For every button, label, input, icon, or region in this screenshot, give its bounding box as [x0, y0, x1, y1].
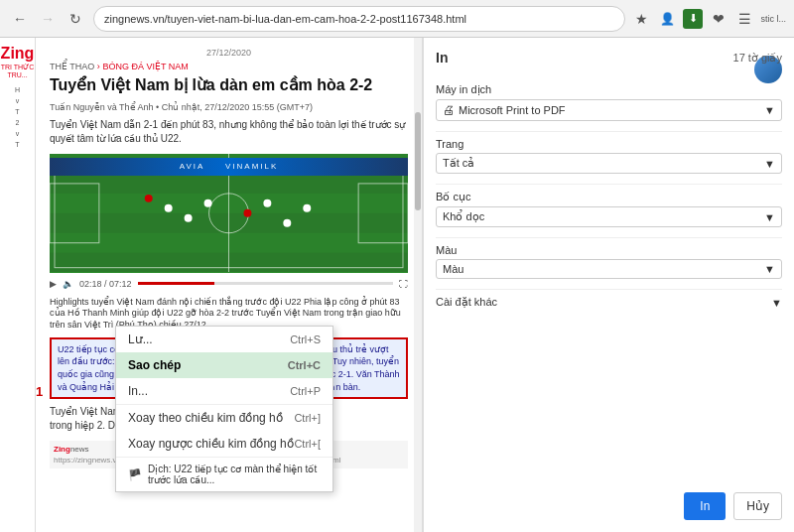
print-panel: In 17 tờ giấy Máy in dịch 🖨 Microsoft Pr…: [423, 38, 794, 532]
play-icon[interactable]: ▶: [50, 279, 57, 289]
sidebar-link-h[interactable]: H: [0, 84, 35, 95]
browser-window: ← → ↻ zingnews.vn/tuyen-viet-nam-bi-lua-…: [0, 0, 794, 532]
context-item-translate[interactable]: 🏴 Dịch: U22 tiếp tục cơ màn thể hiện tốt…: [116, 458, 332, 491]
browser-toolbar: ← → ↻ zingnews.vn/tuyen-viet-nam-bi-lua-…: [0, 0, 794, 38]
print-header: In 17 tờ giấy: [436, 50, 782, 66]
page-select[interactable]: Tất cả ▼: [436, 153, 782, 174]
sidebar-link-v[interactable]: v: [0, 95, 35, 106]
page-label: Trang: [436, 138, 782, 150]
more-settings-label: Cài đặt khác: [436, 296, 497, 309]
article-intro: Tuyển Việt Nam dẫn 2-1 đến phút 83, nhưn…: [50, 118, 408, 146]
sidebar-link-t[interactable]: T: [0, 106, 35, 117]
context-copy-label: Sao chép: [128, 358, 181, 372]
content-area: Zing TRI THỨC TRU... H v T 2 v T 27/12/2…: [0, 38, 794, 532]
color-chevron: ▼: [764, 263, 775, 275]
download-icon[interactable]: ⬇: [683, 9, 703, 29]
article-image: AVIA VINAMILK: [50, 154, 408, 273]
context-item-rotate-ccw[interactable]: Xoay ngược chiều kim đồng hồ Ctrl+[: [116, 431, 332, 457]
sidebar-link-t2[interactable]: T: [0, 139, 35, 150]
article-category: THỂ THAO › BÓNG ĐÁ VIỆT NAM: [50, 62, 408, 71]
context-copy-shortcut: Ctrl+C: [288, 359, 321, 371]
divider-3: [436, 237, 782, 238]
toolbar-icons: ★ 👤 ⬇ ❤ ☰ stic l...: [631, 9, 786, 29]
page-field: Trang Tất cả ▼: [436, 138, 782, 174]
color-label: Màu: [436, 244, 782, 256]
context-rotate-ccw-label: Xoay ngược chiều kim đồng hồ: [128, 437, 294, 451]
svg-point-12: [243, 209, 251, 217]
printer-select[interactable]: 🖨 Microsoft Print to PDF ▼: [436, 99, 782, 121]
context-item-copy[interactable]: Sao chép Ctrl+C: [116, 352, 332, 378]
article-author: Tuấn Nguyễn và Thể Anh • Chủ nhật, 27/12…: [50, 102, 408, 112]
context-item-rotate-cw[interactable]: Xoay theo chiều kim đồng hồ Ctrl+]: [116, 405, 332, 431]
cancel-button[interactable]: Hủy: [733, 492, 782, 520]
layout-label: Bố cục: [436, 191, 782, 203]
page-value: Tất cả: [443, 157, 474, 170]
forward-button[interactable]: →: [36, 7, 60, 31]
more-settings-field: Cài đặt khác ▼: [436, 296, 782, 309]
refresh-button[interactable]: ↻: [64, 7, 87, 31]
layout-field: Bố cục Khổ dọc ▼: [436, 191, 782, 227]
video-controls[interactable]: ▶ 🔈 02:18 / 07:12 ⛶: [50, 277, 408, 291]
more-settings-select[interactable]: Cài đặt khác ▼: [436, 296, 782, 309]
profile-icon[interactable]: 👤: [657, 9, 677, 29]
fullscreen-icon[interactable]: ⛶: [399, 279, 408, 289]
layout-select[interactable]: Khổ dọc ▼: [436, 206, 782, 227]
print-pages: 17 tờ giấy: [733, 52, 782, 65]
context-print-shortcut: Ctrl+P: [290, 385, 321, 397]
printer-label: Máy in dịch: [436, 83, 782, 96]
zing-logo: Zing: [1, 46, 35, 62]
page-chevron: ▼: [764, 158, 775, 170]
divider-1: [436, 131, 782, 132]
address-bar[interactable]: zingnews.vn/tuyen-viet-nam-bi-lua-dan-em…: [93, 6, 625, 32]
nav-buttons: ← → ↻: [8, 7, 87, 31]
context-rotate-ccw-shortcut: Ctrl+[: [294, 438, 321, 450]
address-text: zingnews.vn/tuyen-viet-nam-bi-lua-dan-em…: [104, 13, 466, 25]
extra-label: stic l...: [760, 14, 786, 24]
context-menu: Lư... Ctrl+S Sao chép Ctrl+C In... Ctrl+…: [115, 326, 333, 492]
context-save-shortcut: Ctrl+S: [290, 333, 321, 345]
back-button[interactable]: ←: [8, 7, 32, 31]
print-panel-wrap: 2 In 17 tờ giấy Máy in dịch 🖨 Microsoft …: [423, 38, 794, 532]
video-progress[interactable]: [138, 282, 393, 285]
print-footer: In Hủy: [684, 492, 782, 520]
svg-point-15: [145, 195, 153, 202]
color-select[interactable]: Màu ▼: [436, 259, 782, 279]
print-button[interactable]: In: [684, 492, 726, 520]
scrollbar[interactable]: [414, 38, 422, 532]
sidebar-link-v2[interactable]: v: [0, 128, 35, 139]
printer-value: Microsoft Print to PDF: [459, 104, 566, 116]
context-save-label: Lư...: [128, 332, 153, 346]
color-value: Màu: [443, 263, 463, 275]
left-sidebar: Zing TRI THỨC TRU... H v T 2 v T: [0, 38, 36, 532]
sidebar-link-2[interactable]: 2: [0, 117, 35, 128]
article-date: 27/12/2020: [50, 48, 408, 58]
svg-point-10: [185, 214, 193, 222]
svg-point-14: [283, 219, 291, 227]
svg-point-13: [263, 200, 271, 207]
context-print-label: In...: [128, 384, 148, 398]
context-item-save[interactable]: Lư... Ctrl+S: [116, 327, 332, 352]
bookmark-icon[interactable]: ★: [631, 9, 651, 29]
article-title: Tuyển Việt Nam bị lừa dàn em cầm hòa 2-2: [50, 75, 408, 96]
layout-value: Khổ dọc: [443, 210, 484, 223]
heart-icon[interactable]: ❤: [709, 9, 728, 29]
video-time: 02:18 / 07:12: [79, 279, 132, 289]
sidebar-subtext: TRI THỨC TRU...: [0, 64, 35, 78]
label-1: 1: [36, 383, 43, 401]
context-rotate-cw-shortcut: Ctrl+]: [294, 412, 321, 424]
divider-2: [436, 184, 782, 185]
scroll-thumb[interactable]: [415, 112, 421, 211]
svg-point-11: [204, 200, 212, 207]
ad-banner: AVIA VINAMILK: [50, 158, 408, 176]
more-settings-chevron: ▼: [771, 297, 782, 309]
context-translate-label: Dịch: U22 tiếp tục cơ màn thể hiện tốt t…: [148, 464, 321, 485]
divider-4: [436, 289, 782, 290]
sound-icon[interactable]: 🔈: [63, 279, 73, 289]
menu-icon[interactable]: ☰: [734, 9, 754, 29]
context-item-print[interactable]: In... Ctrl+P: [116, 378, 332, 404]
svg-point-16: [303, 204, 311, 212]
printer-field: Máy in dịch 🖨 Microsoft Print to PDF ▼: [436, 83, 782, 121]
svg-point-9: [165, 204, 173, 212]
printer-icon: 🖨: [443, 103, 455, 117]
article-preview: 27/12/2020 THỂ THAO › BÓNG ĐÁ VIỆT NAM T…: [36, 38, 423, 532]
